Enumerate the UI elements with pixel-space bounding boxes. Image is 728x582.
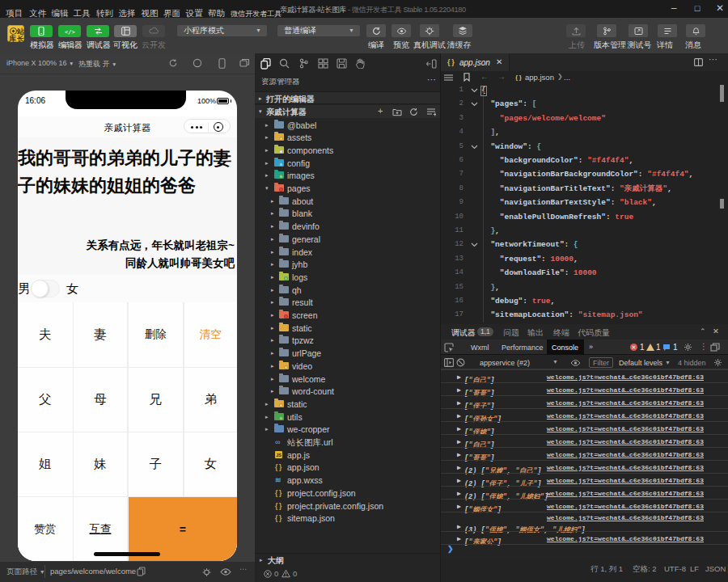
svg-text:</>: </> [65,29,75,36]
